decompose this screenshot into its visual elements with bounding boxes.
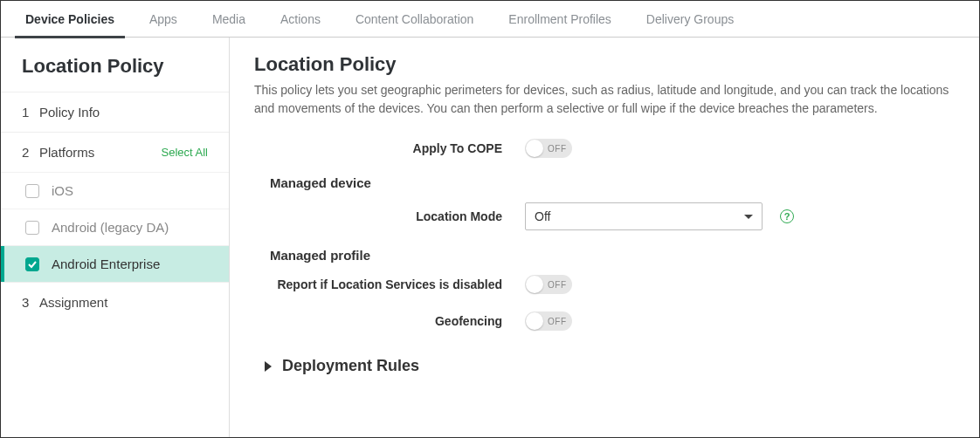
chevron-down-icon	[744, 215, 753, 219]
row-geofencing: Geofencing OFF	[254, 311, 955, 331]
tab-media[interactable]: Media	[195, 1, 263, 38]
platform-android-legacy[interactable]: Android (legacy DA)	[1, 209, 229, 245]
tab-actions[interactable]: Actions	[263, 1, 338, 38]
caret-right-icon	[265, 361, 272, 372]
field-label: Report if Location Services is disabled	[254, 277, 525, 291]
toggle-state: OFF	[548, 317, 567, 326]
select-all-link[interactable]: Select All	[162, 146, 208, 159]
toggle-knob-icon	[526, 276, 543, 293]
field-label: Location Mode	[254, 209, 525, 223]
sidebar-title: Location Policy	[1, 38, 229, 92]
tab-device-policies[interactable]: Device Policies	[8, 1, 132, 38]
step-label: Assignment	[39, 295, 107, 310]
toggle-state: OFF	[548, 280, 567, 290]
deployment-rules-label: Deployment Rules	[282, 357, 419, 375]
toggle-report-disabled[interactable]: OFF	[525, 275, 572, 294]
step-label: Platforms	[39, 145, 94, 160]
platform-label: Android (legacy DA)	[52, 220, 169, 235]
deployment-rules-toggle[interactable]: Deployment Rules	[254, 357, 955, 375]
row-apply-cope: Apply To COPE OFF	[254, 139, 955, 158]
checkbox-icon[interactable]	[25, 257, 39, 271]
step-policy-info[interactable]: 1 Policy Info	[1, 92, 229, 132]
select-location-mode[interactable]: Off	[525, 202, 763, 230]
select-value: Off	[535, 209, 550, 223]
toggle-apply-cope[interactable]: OFF	[525, 139, 572, 158]
tab-content-collaboration[interactable]: Content Collaboration	[338, 1, 491, 38]
step-label: Policy Info	[39, 105, 100, 120]
top-tabs-bar: Device Policies Apps Media Actions Conte…	[1, 1, 979, 38]
row-report-disabled: Report if Location Services is disabled …	[254, 275, 955, 294]
tab-enrollment-profiles[interactable]: Enrollment Profiles	[491, 1, 629, 38]
step-number: 3	[22, 295, 39, 310]
page-description: This policy lets you set geographic peri…	[254, 81, 953, 118]
toggle-state: OFF	[548, 144, 567, 154]
platform-label: iOS	[52, 183, 73, 198]
step-assignment[interactable]: 3 Assignment	[1, 282, 229, 322]
step-number: 1	[22, 105, 39, 120]
tab-delivery-groups[interactable]: Delivery Groups	[629, 1, 751, 38]
checkbox-icon[interactable]	[25, 184, 39, 198]
help-icon[interactable]: ?	[780, 209, 794, 223]
platform-label: Android Enterprise	[52, 257, 160, 271]
checkbox-icon[interactable]	[25, 221, 39, 235]
step-platforms[interactable]: 2 Platforms Select All	[1, 132, 229, 172]
platform-android-enterprise[interactable]: Android Enterprise	[1, 245, 229, 282]
step-number: 2	[22, 145, 39, 160]
toggle-knob-icon	[526, 312, 543, 330]
field-label: Apply To COPE	[254, 141, 525, 155]
toggle-geofencing[interactable]: OFF	[525, 311, 572, 331]
toggle-knob-icon	[526, 140, 543, 157]
platform-ios[interactable]: iOS	[1, 172, 229, 209]
section-managed-device: Managed device	[270, 175, 955, 190]
main-panel: Location Policy This policy lets you set…	[230, 38, 979, 437]
section-managed-profile: Managed profile	[270, 248, 955, 263]
field-label: Geofencing	[254, 314, 525, 328]
page-title: Location Policy	[254, 53, 955, 76]
tab-apps[interactable]: Apps	[132, 1, 195, 38]
sidebar: Location Policy 1 Policy Info 2 Platform…	[1, 38, 230, 437]
row-location-mode: Location Mode Off ?	[254, 202, 955, 230]
